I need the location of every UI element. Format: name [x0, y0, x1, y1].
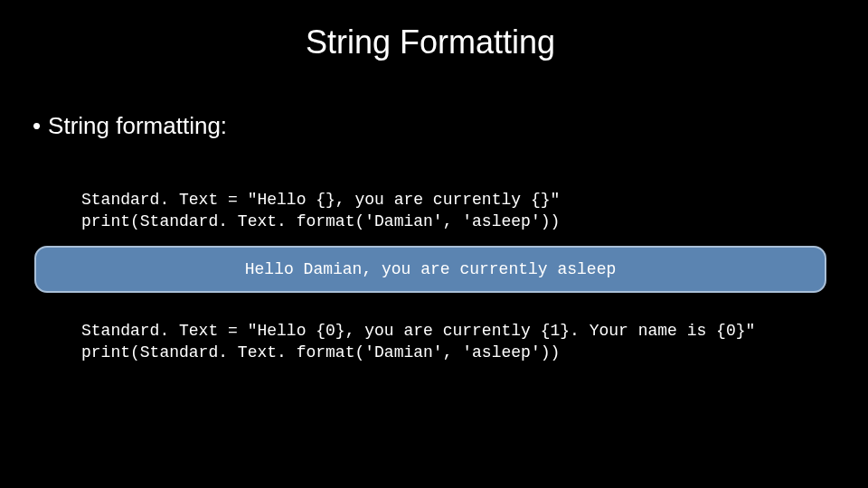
bullet-item: • String formatting:	[33, 112, 832, 140]
code-block-2: Standard. Text = "Hello {0}, you are cur…	[81, 320, 832, 364]
bullet-dot-icon: •	[33, 114, 41, 137]
code-line: print(Standard. Text. format('Damian', '…	[81, 212, 560, 230]
slide-title: String Formatting	[29, 23, 832, 61]
code-line: print(Standard. Text. format('Damian', '…	[81, 343, 560, 361]
code-line: Standard. Text = "Hello {}, you are curr…	[81, 191, 560, 209]
slide-container: String Formatting • String formatting: S…	[0, 0, 868, 488]
code-block-1: Standard. Text = "Hello {}, you are curr…	[81, 189, 832, 233]
output-text: Hello Damian, you are currently asleep	[245, 260, 616, 278]
output-box: Hello Damian, you are currently asleep	[34, 246, 826, 293]
code-line: Standard. Text = "Hello {0}, you are cur…	[81, 322, 755, 340]
bullet-text: String formatting:	[48, 112, 227, 140]
